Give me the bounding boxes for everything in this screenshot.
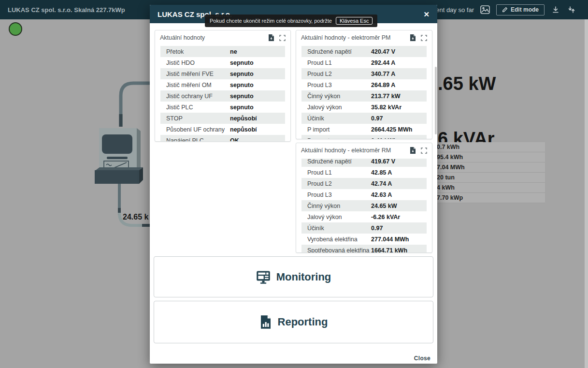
row-value: -6.26 kVAr	[371, 214, 400, 221]
row-value: 419.67 V	[371, 159, 395, 165]
row-label: Vyrobená elektřina	[307, 236, 371, 243]
row-label: Jistič měření FVE	[166, 71, 230, 77]
row-label: Proud L3	[307, 82, 371, 88]
value-row: Sdružené napětí419.67 V	[301, 159, 427, 167]
row-label: Jalový výkon	[307, 104, 371, 111]
panel-current-values: Aktuální hodnoty PřetokneJistič HDOsepnu…	[155, 30, 291, 142]
value-row: Působení UF ochranynepůsobí	[160, 124, 285, 135]
exit-fullscreen-icon[interactable]	[567, 5, 576, 15]
row-label: Působení UF ochrany	[166, 126, 230, 133]
export-file-icon[interactable]	[409, 147, 416, 154]
value-row: Jalový výkon35.82 kVAr	[301, 102, 427, 113]
status-indicator	[9, 22, 22, 36]
row-label: STOP	[166, 115, 230, 122]
panel-title: Aktuální hodnoty - elektroměr RM	[301, 147, 405, 154]
row-value: ne	[230, 48, 237, 55]
value-row: Činný výkon213.77 kW	[301, 90, 427, 102]
row-value: 340.77 A	[371, 71, 395, 77]
panel-meter-pm: Aktuální hodnoty - elektroměr PM Sdružen…	[296, 30, 432, 139]
value-row: Jistič měření FVEsepnuto	[160, 68, 285, 79]
report-icon	[259, 315, 272, 329]
row-label: Jistič PLC	[166, 104, 230, 111]
value-row: Jistič PLCsepnuto	[160, 102, 285, 113]
expand-icon[interactable]	[420, 34, 427, 41]
row-label: Činný výkon	[307, 93, 371, 100]
reporting-button[interactable]: Reporting	[154, 301, 433, 343]
value-row: Jalový výkon-6.26 kVAr	[301, 211, 427, 222]
row-value: sepnuto	[230, 71, 254, 77]
value-row: Sdružené napětí420.47 V	[301, 46, 427, 57]
row-label: Činný výkon	[307, 203, 371, 209]
esc-key-badge: Klávesa Esc	[336, 17, 373, 25]
value-row: Účiník0.97	[301, 113, 427, 124]
modal-scrollbar[interactable]	[435, 67, 437, 134]
row-label: P import	[307, 126, 371, 133]
value-row: Účiník0.97	[301, 222, 427, 234]
row-value: 42.74 A	[371, 180, 392, 187]
row-value: 42.85 A	[371, 169, 392, 176]
row-label: Jalový výkon	[307, 214, 371, 221]
row-value: 420.47 V	[371, 48, 395, 55]
value-row: Proud L2340.77 A	[301, 68, 427, 79]
row-value: nepůsobí	[230, 115, 257, 122]
row-label: Jistič HDO	[166, 59, 230, 66]
value-row: Spotřebovaná elektřina1664.71 kWh	[301, 245, 427, 252]
row-value: 277.044 MWh	[371, 236, 409, 243]
value-row: Činný výkon24.65 kW	[301, 200, 427, 211]
value-row: Vyrobená elektřina277.044 MWh	[301, 234, 427, 245]
row-value: 0.41 kWh	[371, 137, 397, 139]
value-row: P import2664.425 MWh	[301, 124, 427, 135]
value-table: Sdružené napětí420.47 VProud L1292.44 AP…	[301, 46, 427, 139]
row-value: 2664.425 MWh	[371, 126, 412, 133]
value-row: P export0.41 kWh	[301, 135, 427, 139]
toast-message: Pokud chcete ukončit režim celé obrazovk…	[210, 18, 332, 24]
inverter-power-label: 24.65 k	[123, 213, 148, 221]
row-label: Spotřebovaná elektřina	[307, 247, 371, 253]
row-label: Sdružené napětí	[307, 159, 371, 165]
row-label: Přetok	[166, 48, 230, 55]
screen: LUKAS CZ spol. s.r.o. Skalná 227.7kWp to…	[0, 0, 588, 368]
export-file-icon[interactable]	[409, 34, 416, 41]
monitoring-button[interactable]: Monitoring	[154, 256, 433, 297]
row-value: 264.89 A	[371, 82, 395, 88]
row-value: OK	[230, 137, 239, 142]
row-label: Proud L2	[307, 180, 371, 187]
edit-mode-button[interactable]: Edit mode	[496, 4, 545, 15]
row-value: 292.44 A	[371, 59, 395, 66]
value-row: Jistič měření OMsepnuto	[160, 79, 285, 90]
row-value: sepnuto	[230, 93, 254, 100]
value-row: Proud L3264.89 A	[301, 79, 427, 90]
value-row: Proud L242.74 A	[301, 178, 427, 189]
inverter-schematic	[68, 73, 157, 232]
row-value: sepnuto	[230, 104, 254, 111]
row-label: Proud L3	[307, 191, 371, 198]
close-button[interactable]: Close	[414, 355, 430, 362]
row-value: 0.97	[371, 115, 383, 122]
monitor-icon	[256, 270, 271, 284]
close-icon[interactable]: ✕	[423, 11, 430, 18]
value-table: Sdružené napětí419.67 VProud L142.85 APr…	[301, 159, 427, 252]
row-label: Jistič měření OM	[166, 82, 230, 88]
inverter-screen	[102, 134, 132, 154]
panel-meter-rm: Aktuální hodnoty - elektroměr RM Sdružen…	[296, 143, 432, 253]
value-row: STOPnepůsobí	[160, 113, 285, 124]
panel-title: Aktuální hodnoty - elektroměr PM	[301, 34, 405, 41]
export-file-icon[interactable]	[268, 34, 274, 41]
reporting-label: Reporting	[278, 316, 328, 328]
image-export-icon[interactable]	[480, 5, 490, 15]
row-label: Jistič ochrany UF	[166, 93, 230, 100]
page-scrollbar[interactable]	[585, 19, 588, 368]
expand-icon[interactable]	[420, 147, 427, 154]
row-label: Sdružené napětí	[307, 48, 371, 55]
row-value: sepnuto	[230, 59, 254, 66]
row-label: Napájení PLC	[166, 137, 230, 142]
value-row: Přetokne	[160, 46, 285, 57]
download-icon[interactable]	[551, 5, 560, 15]
row-value: 42.63 A	[371, 191, 392, 198]
input-wire	[121, 83, 153, 127]
row-label: Účiník	[307, 115, 371, 122]
expand-icon[interactable]	[279, 34, 286, 41]
row-label: Proud L1	[307, 169, 371, 176]
edit-mode-label: Edit mode	[511, 6, 539, 13]
row-value: 0.97	[371, 225, 383, 232]
